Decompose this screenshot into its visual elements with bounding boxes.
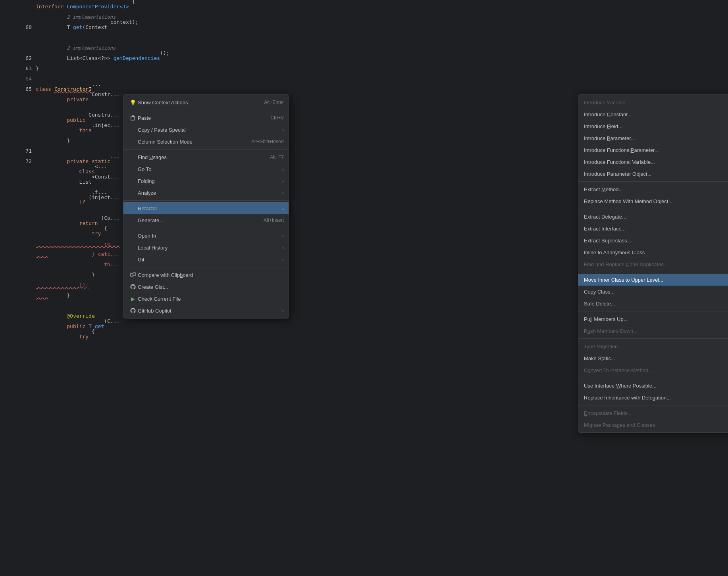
submenu-label: Introduce Parameter Object...	[584, 171, 728, 177]
line-numbers: 60 62 63 64 65 71 72	[0, 0, 36, 576]
submenu-label: Safe Delete...	[584, 301, 728, 307]
submenu-label: Introduce Variable...	[584, 100, 728, 106]
menu-item-copy-paste-special[interactable]: Copy / Paste Special ›	[123, 124, 289, 136]
menu-label: Create Gist...	[138, 284, 284, 290]
submenu-arrow-icon: ›	[282, 178, 284, 184]
submenu-label: Extract Delegate...	[584, 214, 728, 220]
submenu-label: Migrate Packages and Classes	[584, 422, 728, 428]
menu-item-create-gist[interactable]: Create Gist...	[123, 281, 289, 293]
menu-separator	[123, 228, 289, 228]
submenu-label: Move Inner Class to Upper Level...	[584, 277, 728, 283]
submenu-item-inline-to-anonymous-class[interactable]: Inline to Anonymous Class Ctrl+Alt+N	[578, 246, 728, 258]
menu-item-paste[interactable]: Paste Ctrl+V	[123, 112, 289, 124]
submenu-item-copy-class[interactable]: Copy Class... F5	[578, 286, 728, 298]
menu-label: Column Selection Mode	[138, 139, 247, 145]
submenu-label: Make Static...	[584, 355, 728, 361]
submenu-label: Introduce FunctionalParameter...	[584, 147, 728, 153]
menu-item-refactor[interactable]: Refactor ›	[123, 202, 289, 214]
submenu-label: Replace Inheritance with Delegation...	[584, 395, 728, 401]
menu-label: Folding	[138, 178, 279, 184]
submenu-item-introduce-functional-parameter[interactable]: Introduce FunctionalParameter... Ctrl+Al…	[578, 144, 728, 156]
submenu-item-use-interface[interactable]: Use Interface Where Possible...	[578, 380, 728, 392]
submenu-item-replace-inheritance[interactable]: Replace Inheritance with Delegation...	[578, 392, 728, 403]
submenu-item-type-migration[interactable]: Type Migration... Ctrl+Shift+F6	[578, 340, 728, 352]
submenu-label: Extract Interface...	[584, 226, 728, 232]
menu-shortcut: Alt+Shift+Insert	[251, 139, 284, 144]
submenu-arrow-icon: ›	[282, 166, 284, 172]
menu-label: Generate...	[138, 217, 259, 223]
menu-item-find-usages[interactable]: Find Usages Alt+F7	[123, 151, 289, 163]
menu-shortcut: Alt+F7	[270, 154, 284, 160]
submenu-label: Replace Method With Method Object...	[584, 198, 728, 204]
lightbulb-icon: 💡	[128, 100, 138, 106]
submenu-separator	[578, 209, 728, 209]
menu-item-go-to[interactable]: Go To ›	[123, 163, 289, 175]
menu-item-open-in[interactable]: Open In ›	[123, 230, 289, 242]
submenu-label: Inline to Anonymous Class	[584, 250, 728, 255]
submenu-item-pull-members-up[interactable]: Pull Members Up...	[578, 313, 728, 325]
submenu-panel: Introduce Variable... Introduce Constant…	[578, 94, 728, 433]
submenu-item-extract-method[interactable]: Extract Method... Ctrl+Alt+M	[578, 183, 728, 195]
menu-label: Paste	[138, 115, 266, 121]
submenu-item-extract-superclass[interactable]: Extract Superclass...	[578, 234, 728, 246]
submenu-item-introduce-variable[interactable]: Introduce Variable...	[578, 96, 728, 108]
submenu-item-replace-method-with-object[interactable]: Replace Method With Method Object...	[578, 195, 728, 207]
code-line: 2 implementations	[36, 12, 302, 22]
submenu-item-make-static[interactable]: Make Static...	[578, 352, 728, 364]
submenu-arrow-icon: ›	[282, 233, 284, 239]
submenu-separator	[578, 181, 728, 182]
copilot-icon	[128, 308, 138, 313]
submenu-label: Introduce Field...	[584, 123, 728, 129]
svg-rect-0	[131, 116, 135, 120]
submenu-item-introduce-parameter[interactable]: Introduce Parameter... Ctrl+Alt+P	[578, 132, 728, 144]
menu-item-check-current-file[interactable]: ▶ Check Current File	[123, 293, 289, 305]
menu-item-github-copilot[interactable]: GitHub Copilot ›	[123, 305, 289, 317]
svg-rect-2	[131, 273, 133, 276]
menu-item-local-history[interactable]: Local History ›	[123, 242, 289, 253]
submenu-item-introduce-parameter-object[interactable]: Introduce Parameter Object...	[578, 168, 728, 180]
svg-rect-3	[133, 273, 135, 276]
submenu-item-encapsulate-fields[interactable]: Encapsulate Fields...	[578, 407, 728, 419]
submenu-label: Type Migration...	[584, 344, 728, 349]
menu-item-generate[interactable]: Generate... Alt+Insert	[123, 214, 289, 226]
menu-label: Find Usages	[138, 154, 265, 160]
menu-label: Open In	[138, 233, 279, 239]
submenu-item-extract-interface[interactable]: Extract Interface...	[578, 223, 728, 234]
menu-label: Copy / Paste Special	[138, 127, 279, 133]
submenu-label: Encapsulate Fields...	[584, 410, 728, 416]
code-line: class ConstructorI...	[36, 84, 302, 94]
submenu-item-move-inner-class[interactable]: Move Inner Class to Upper Level... F6	[578, 274, 728, 286]
menu-label: Check Current File	[138, 296, 284, 302]
menu-item-analyze[interactable]: Analyze ›	[123, 187, 289, 199]
menu-item-compare-with-clipboard[interactable]: Compare with Clipboard	[123, 269, 289, 281]
submenu-label: Extract Superclass...	[584, 238, 728, 244]
menu-shortcut: Alt+Insert	[264, 217, 284, 223]
menu-item-show-context-actions[interactable]: 💡 Show Context Actions Alt+Enter	[123, 96, 289, 108]
submenu-item-safe-delete[interactable]: Safe Delete... Alt+Delete	[578, 298, 728, 309]
submenu-item-migrate-packages[interactable]: Migrate Packages and Classes	[578, 419, 728, 431]
submenu-item-extract-delegate[interactable]: Extract Delegate...	[578, 211, 728, 223]
menu-separator	[123, 200, 289, 201]
submenu-item-introduce-constant[interactable]: Introduce Constant... Ctrl+Alt+C	[578, 108, 728, 120]
menu-item-column-selection-mode[interactable]: Column Selection Mode Alt+Shift+Insert	[123, 136, 289, 148]
context-menu: 💡 Show Context Actions Alt+Enter Paste C…	[123, 94, 289, 319]
submenu-separator	[578, 272, 728, 272]
submenu-item-push-members-down[interactable]: Push Members Down...	[578, 325, 728, 337]
paste-icon	[128, 115, 138, 121]
svg-rect-1	[132, 115, 134, 117]
menu-label: Local History	[138, 245, 279, 251]
github-icon	[128, 284, 138, 290]
submenu-label: Copy Class...	[584, 289, 728, 295]
submenu-item-introduce-field[interactable]: Introduce Field... Ctrl+Alt+F	[578, 120, 728, 132]
submenu-item-convert-to-instance-method[interactable]: Convert To Instance Method...	[578, 364, 728, 376]
code-line: T get(Context context);	[36, 22, 302, 33]
submenu-arrow-icon: ›	[282, 308, 284, 314]
submenu-label: Push Members Down...	[584, 328, 728, 334]
submenu-item-introduce-functional-variable[interactable]: Introduce Functional Variable...	[578, 156, 728, 168]
submenu-label: Use Interface Where Possible...	[584, 383, 728, 389]
menu-label: Go To	[138, 166, 279, 172]
menu-item-git[interactable]: Git ›	[123, 253, 289, 265]
submenu-item-find-replace-code-duplicates[interactable]: Find and Replace Code Duplicates...	[578, 258, 728, 270]
menu-item-folding[interactable]: Folding ›	[123, 175, 289, 187]
menu-label: Git	[138, 257, 279, 263]
